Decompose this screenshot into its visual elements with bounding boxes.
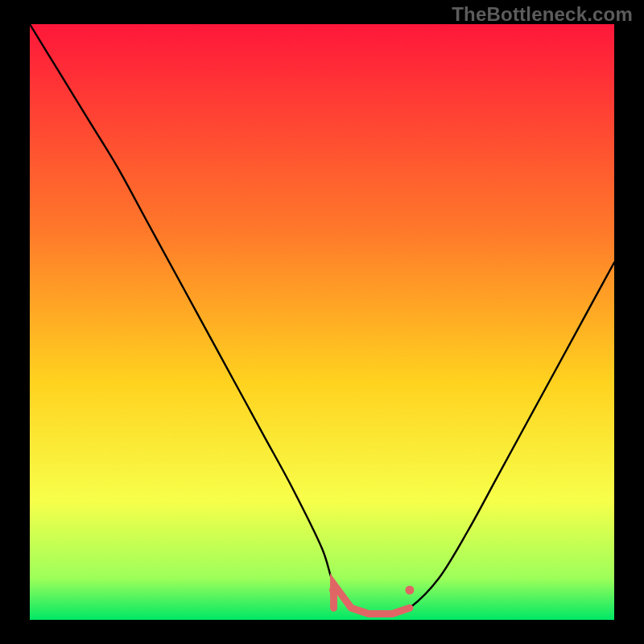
chart-svg <box>30 24 614 620</box>
gradient-background <box>30 24 614 620</box>
chart-frame: TheBottleneck.com <box>0 0 644 644</box>
watermark-text: TheBottleneck.com <box>452 3 633 26</box>
plot-area <box>30 24 614 620</box>
highlight-endpoint-left <box>329 586 338 595</box>
highlight-endpoint-right <box>405 586 414 595</box>
